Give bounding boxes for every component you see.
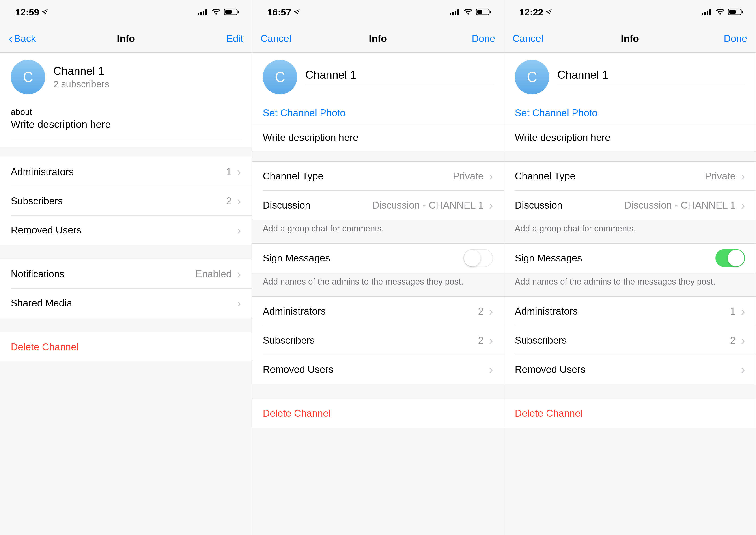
avatar[interactable]: C <box>11 60 45 94</box>
nav-bar: Cancel Info Done <box>252 25 504 53</box>
row-value: 2 <box>478 335 484 346</box>
done-button[interactable]: Done <box>702 33 747 44</box>
done-button[interactable]: Done <box>450 33 495 44</box>
chevron-right-icon: › <box>237 297 241 309</box>
row-label: Discussion <box>263 200 372 211</box>
delete-channel-button[interactable]: Delete Channel <box>0 332 252 362</box>
done-label: Done <box>472 33 495 44</box>
row-value: 2 <box>478 306 484 317</box>
delete-label: Delete Channel <box>263 408 493 419</box>
about-text: Write description here <box>11 118 241 130</box>
removed-users-row[interactable]: Removed Users › <box>0 215 252 245</box>
chevron-right-icon: › <box>237 268 241 280</box>
nav-bar: ‹ Back Info Edit <box>0 25 252 53</box>
administrators-row[interactable]: Administrators 1 › <box>0 157 252 186</box>
screen-info-view: 12:59 ‹ Back Info Edit C <box>0 0 252 535</box>
cellular-icon <box>702 7 712 18</box>
cellular-icon <box>198 7 208 18</box>
screen-info-edit-off: 16:57 Cancel Info Done C <box>252 0 504 535</box>
sign-messages-toggle[interactable] <box>715 249 745 267</box>
cancel-button[interactable]: Cancel <box>513 33 557 44</box>
chevron-right-icon: › <box>741 170 745 182</box>
row-label: Subscribers <box>11 195 226 207</box>
wifi-icon <box>211 7 221 18</box>
avatar[interactable]: C <box>263 60 297 94</box>
cancel-button[interactable]: Cancel <box>261 33 305 44</box>
description-placeholder: Write description here <box>263 132 358 143</box>
done-label: Done <box>724 33 747 44</box>
battery-icon <box>728 7 744 18</box>
removed-users-row[interactable]: Removed Users › <box>252 355 504 384</box>
channel-subscribers: 2 subscribers <box>53 79 241 90</box>
set-channel-photo-button[interactable]: Set Channel Photo <box>252 100 504 125</box>
chevron-right-icon: › <box>489 334 493 346</box>
chevron-right-icon: › <box>237 166 241 178</box>
status-bar: 16:57 <box>252 0 504 25</box>
channel-type-row[interactable]: Channel Type Private › <box>252 161 504 191</box>
channel-type-row[interactable]: Channel Type Private › <box>504 161 756 191</box>
subscribers-row[interactable]: Subscribers 2 › <box>252 326 504 355</box>
description-input[interactable]: Write description here <box>252 125 504 152</box>
discussion-row[interactable]: Discussion Discussion - CHANNEL 1 › <box>252 191 504 220</box>
notifications-row[interactable]: Notifications Enabled › <box>0 260 252 289</box>
edit-button[interactable]: Edit <box>198 33 243 44</box>
set-channel-photo-button[interactable]: Set Channel Photo <box>504 100 756 125</box>
row-value: Enabled <box>196 268 232 280</box>
row-label: Removed Users <box>263 364 488 375</box>
chevron-right-icon: › <box>741 305 745 317</box>
administrators-row[interactable]: Administrators 1 › <box>504 296 756 326</box>
discussion-row[interactable]: Discussion Discussion - CHANNEL 1 › <box>504 191 756 220</box>
row-label: Removed Users <box>11 224 236 236</box>
row-value: Private <box>453 171 484 182</box>
sign-messages-hint: Add names of the admins to the messages … <box>252 273 504 287</box>
svg-rect-15 <box>705 12 706 15</box>
row-value: Discussion - CHANNEL 1 <box>624 200 736 211</box>
row-value: 1 <box>730 306 736 317</box>
set-photo-label: Set Channel Photo <box>515 107 745 119</box>
svg-rect-3 <box>206 9 207 15</box>
channel-name-input[interactable]: Channel 1 <box>305 68 493 81</box>
description-input[interactable]: Write description here <box>504 125 756 152</box>
delete-channel-button[interactable]: Delete Channel <box>252 399 504 428</box>
avatar[interactable]: C <box>515 60 549 94</box>
about-label: about <box>11 107 241 117</box>
discussion-hint: Add a group chat for comments. <box>504 220 756 234</box>
chevron-right-icon: › <box>741 363 745 376</box>
chevron-right-icon: › <box>489 170 493 182</box>
subscribers-row[interactable]: Subscribers 2 › <box>504 326 756 355</box>
svg-rect-19 <box>729 10 736 14</box>
svg-rect-1 <box>201 12 202 15</box>
removed-users-row[interactable]: Removed Users › <box>504 355 756 384</box>
row-value: 1 <box>226 166 232 178</box>
status-time: 12:59 <box>15 7 39 18</box>
shared-media-row[interactable]: Shared Media › <box>0 289 252 318</box>
chevron-right-icon: › <box>741 334 745 346</box>
cancel-label: Cancel <box>513 33 543 44</box>
channel-name-input[interactable]: Channel 1 <box>557 68 745 81</box>
row-label: Administrators <box>263 306 478 317</box>
edit-label: Edit <box>226 33 243 44</box>
back-button[interactable]: ‹ Back <box>9 32 53 45</box>
battery-icon <box>224 7 240 18</box>
subscribers-row[interactable]: Subscribers 2 › <box>0 186 252 215</box>
svg-rect-13 <box>490 11 491 13</box>
svg-rect-16 <box>707 11 708 15</box>
cellular-icon <box>450 7 460 18</box>
chevron-right-icon: › <box>489 305 493 317</box>
delete-channel-button[interactable]: Delete Channel <box>504 399 756 428</box>
row-label: Removed Users <box>515 364 740 375</box>
administrators-row[interactable]: Administrators 2 › <box>252 296 504 326</box>
svg-rect-20 <box>742 11 743 13</box>
svg-rect-6 <box>238 11 239 13</box>
chevron-right-icon: › <box>237 195 241 207</box>
location-icon <box>546 7 552 18</box>
channel-header: C Channel 1 2 subscribers <box>0 53 252 100</box>
sign-messages-toggle[interactable] <box>463 249 493 267</box>
chevron-right-icon: › <box>489 199 493 211</box>
wifi-icon <box>463 7 473 18</box>
svg-rect-8 <box>453 12 454 15</box>
chevron-right-icon: › <box>237 224 241 236</box>
svg-rect-9 <box>455 11 456 15</box>
about-block: about Write description here <box>0 100 252 147</box>
svg-rect-5 <box>225 10 232 14</box>
